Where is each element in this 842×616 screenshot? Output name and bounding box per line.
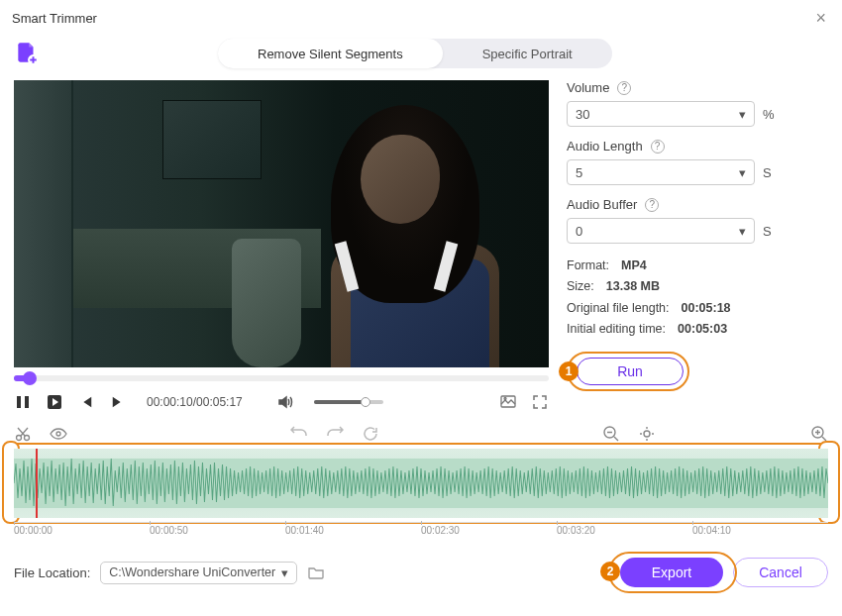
mode-tabs: Remove Silent Segments Specific Portrait: [218, 39, 612, 68]
volume-slider[interactable]: [314, 400, 383, 404]
chevron-down-icon: ▾: [739, 107, 746, 122]
format-value: MP4: [621, 258, 647, 272]
time-display: 00:00:10/00:05:17: [147, 395, 243, 409]
audio-length-select[interactable]: 5▾: [567, 159, 755, 185]
svg-rect-2: [25, 396, 29, 408]
zoom-fit-icon[interactable]: [638, 425, 656, 443]
format-label: Format:: [567, 258, 609, 272]
audio-buffer-select[interactable]: 0▾: [567, 218, 755, 244]
video-preview: [14, 80, 549, 367]
audio-buffer-unit: S: [763, 224, 772, 239]
annotation-badge-1: 1: [559, 361, 579, 381]
run-button[interactable]: Run: [577, 358, 684, 385]
chevron-down-icon: ▾: [739, 165, 746, 180]
svg-point-5: [17, 436, 22, 441]
annotation-badge-2: 2: [600, 562, 620, 581]
next-icon[interactable]: [109, 393, 127, 411]
size-label: Size:: [567, 279, 594, 293]
svg-rect-1: [17, 396, 21, 408]
tab-remove-silent[interactable]: Remove Silent Segments: [218, 39, 443, 68]
close-icon[interactable]: ×: [811, 8, 830, 29]
refresh-icon[interactable]: [362, 425, 379, 443]
cut-icon[interactable]: [14, 425, 32, 443]
help-icon[interactable]: ?: [651, 140, 665, 154]
help-icon[interactable]: ?: [645, 198, 659, 212]
orig-length-value: 00:05:18: [682, 301, 731, 315]
svg-point-6: [25, 436, 30, 441]
tab-specific-portrait[interactable]: Specific Portrait: [443, 39, 612, 68]
volume-select[interactable]: 30▾: [567, 101, 755, 127]
waveform[interactable]: [14, 449, 828, 518]
add-file-icon[interactable]: [14, 41, 40, 66]
snapshot-icon[interactable]: [499, 393, 517, 411]
redo-icon[interactable]: [326, 425, 344, 443]
volume-label: Volume: [567, 80, 609, 95]
audio-length-unit: S: [763, 165, 772, 180]
eye-icon[interactable]: [50, 425, 67, 443]
help-icon[interactable]: ?: [617, 81, 631, 95]
chevron-down-icon: ▾: [281, 565, 288, 580]
zoom-out-icon[interactable]: [602, 425, 620, 443]
play-icon[interactable]: [46, 393, 63, 411]
size-value: 13.38 MB: [606, 279, 660, 293]
init-time-label: Initial editing time:: [567, 322, 666, 336]
audio-length-label: Audio Length: [567, 139, 643, 154]
svg-point-9: [644, 431, 650, 437]
seek-slider[interactable]: [14, 375, 549, 381]
pause-icon[interactable]: [14, 393, 32, 411]
window-title: Smart Trimmer: [12, 11, 97, 26]
undo-icon[interactable]: [290, 425, 308, 443]
svg-point-7: [56, 432, 60, 436]
cancel-button[interactable]: Cancel: [733, 558, 828, 587]
folder-icon[interactable]: [307, 564, 325, 581]
timeline-ruler: 00:00:00 00:00:50 00:01:40 00:02:30 00:0…: [14, 522, 828, 536]
volume-icon[interactable]: [276, 393, 294, 411]
playhead[interactable]: [36, 449, 38, 518]
fullscreen-icon[interactable]: [531, 393, 549, 411]
init-time-value: 00:05:03: [678, 322, 727, 336]
volume-unit: %: [763, 107, 775, 122]
file-location-select[interactable]: C:\Wondershare UniConverter▾: [100, 562, 297, 584]
chevron-down-icon: ▾: [739, 224, 746, 239]
orig-length-label: Original file length:: [567, 301, 670, 315]
export-button[interactable]: Export: [620, 558, 723, 587]
file-location-label: File Location:: [14, 565, 90, 580]
prev-icon[interactable]: [77, 393, 95, 411]
audio-buffer-label: Audio Buffer: [567, 197, 637, 212]
